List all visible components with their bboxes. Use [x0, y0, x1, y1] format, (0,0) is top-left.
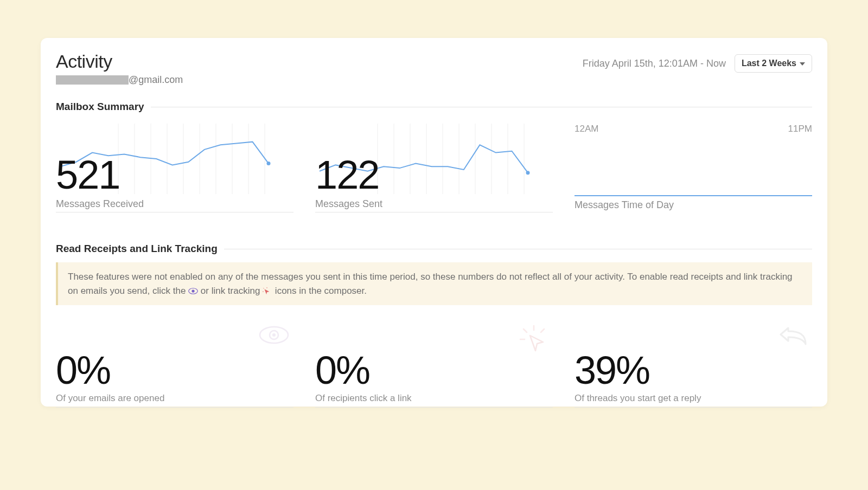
time-range-label: Last 2 Weeks [742, 59, 796, 68]
link-clicks-value: 0% [315, 351, 553, 390]
cursor-click-icon [263, 287, 272, 295]
tod-bar [644, 195, 654, 196]
tracking-title: Read Receipts and Link Tracking [56, 243, 218, 255]
link-clicks-label: Of recipients click a link [315, 393, 553, 404]
tod-bar [663, 195, 673, 196]
email-redacted [56, 75, 129, 85]
messages-received-label: Messages Received [56, 198, 293, 210]
svg-line-31 [524, 329, 527, 332]
messages-received-value: 521 [56, 155, 293, 195]
tod-bar [802, 195, 812, 196]
cursor-click-icon [519, 325, 548, 354]
tod-bar [595, 195, 604, 196]
tod-bar [654, 195, 663, 196]
svg-point-23 [192, 289, 194, 292]
title-block: Activity @gmail.com [56, 51, 183, 86]
notice-text-after: icons in the composer. [275, 286, 367, 296]
chevron-down-icon [800, 62, 805, 66]
tod-bar [703, 195, 713, 196]
tod-bar [782, 195, 792, 196]
divider [224, 249, 812, 249]
tod-bar [793, 195, 802, 196]
messages-sent-block: 122 Messages Sent [315, 124, 553, 212]
tod-bar [624, 195, 634, 196]
activity-card: Activity @gmail.com Friday April 15th, 1… [41, 38, 827, 407]
tod-bar [733, 195, 743, 196]
messages-time-of-day-block: 12AM 11PM Messages Time of Day [575, 124, 812, 212]
mailbox-summary-header: Mailbox Summary [56, 101, 812, 113]
header-right: Friday April 15th, 12:01AM - Now Last 2 … [583, 54, 812, 73]
notice-text-mid: or link tracking [201, 286, 263, 296]
tod-bar [634, 195, 644, 196]
time-of-day-bar-chart [575, 138, 812, 196]
tod-bar [723, 195, 733, 196]
header-row: Activity @gmail.com Friday April 15th, 1… [56, 51, 812, 86]
time-of-day-label: Messages Time of Day [575, 199, 812, 211]
svg-line-32 [541, 329, 544, 332]
tod-bar [674, 195, 684, 196]
thread-replies-block: 39% Of threads you start get a reply [575, 325, 812, 408]
svg-line-26 [263, 288, 264, 288]
emails-opened-value: 0% [56, 351, 293, 390]
tod-bar [753, 195, 763, 196]
tracking-grid: 0% Of your emails are opened 0% Of recip… [56, 325, 812, 408]
svg-point-29 [272, 333, 276, 337]
thread-replies-label: Of threads you start get a reply [575, 393, 812, 404]
tod-bar [713, 195, 723, 196]
messages-sent-value: 122 [315, 155, 553, 195]
tod-bar [584, 195, 594, 196]
tod-bar [693, 195, 703, 196]
messages-received-block: 521 Messages Received [56, 124, 293, 212]
page-title: Activity [56, 51, 183, 72]
tod-bar [684, 195, 693, 196]
eye-icon [188, 287, 198, 295]
tod-bar [763, 195, 773, 196]
tod-bar [604, 195, 614, 196]
tracking-header: Read Receipts and Link Tracking [56, 243, 812, 255]
emails-opened-block: 0% Of your emails are opened [56, 325, 293, 408]
mailbox-summary-grid: 521 Messages Received 122 Messages Sent [56, 124, 812, 212]
mailbox-summary-title: Mailbox Summary [56, 101, 144, 113]
tod-end-label: 11PM [788, 124, 812, 134]
divider [151, 107, 812, 107]
tod-bar [575, 195, 584, 196]
reply-icon [778, 325, 808, 346]
notice-text-before: These features were not enabled on any o… [68, 272, 793, 296]
emails-opened-label: Of your emails are opened [56, 393, 293, 404]
messages-sent-label: Messages Sent [315, 198, 553, 210]
tod-bar [614, 195, 624, 196]
email-suffix: @gmail.com [129, 74, 183, 86]
tod-bar [773, 195, 782, 196]
eye-icon [259, 325, 289, 345]
tracking-notice: These features were not enabled on any o… [56, 262, 812, 305]
date-range-text: Friday April 15th, 12:01AM - Now [583, 58, 726, 69]
link-clicks-block: 0% Of recipients click a link [315, 325, 553, 408]
tod-start-label: 12AM [575, 124, 598, 134]
tod-bar [743, 195, 752, 196]
account-email-row: @gmail.com [56, 74, 183, 86]
time-range-picker[interactable]: Last 2 Weeks [735, 54, 812, 73]
thread-replies-value: 39% [575, 351, 812, 390]
